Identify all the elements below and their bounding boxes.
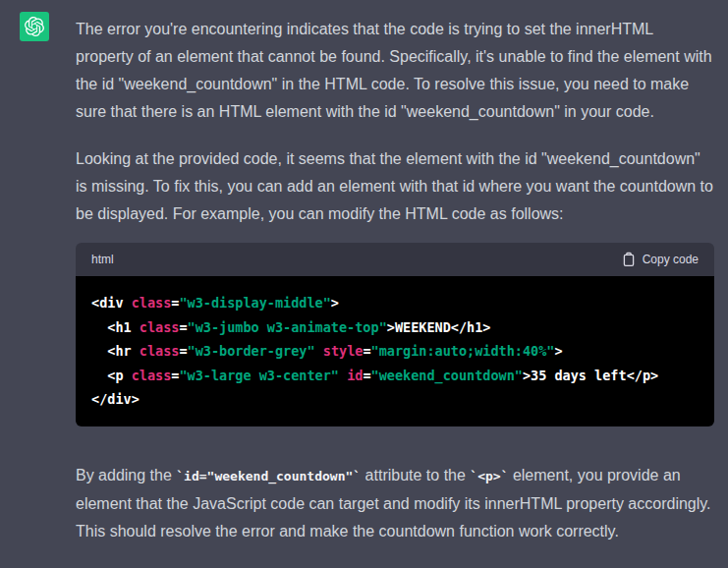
assistant-message: The error you're encountering indicates … — [0, 0, 728, 545]
code-language-label: html — [91, 251, 114, 268]
clipboard-icon — [622, 252, 636, 267]
copy-code-label: Copy code — [643, 253, 699, 266]
message-content: The error you're encountering indicates … — [76, 16, 714, 545]
code-block: html Copy code <div class="w3-display-mi… — [76, 243, 714, 426]
closing-paragraph: By adding the `id="weekend_countdown"` a… — [76, 462, 714, 545]
paragraph-2: Looking at the provided code, it seems t… — [76, 145, 714, 228]
inline-code: `<p>` — [470, 469, 508, 483]
code-content: <div class="w3-display-middle"> <h1 clas… — [76, 276, 714, 426]
openai-logo-icon — [25, 17, 44, 36]
inline-code: `id="weekend_countdown"` — [176, 469, 361, 483]
paragraph-1: The error you're encountering indicates … — [76, 16, 714, 126]
code-block-header: html Copy code — [76, 243, 714, 276]
assistant-avatar — [20, 12, 49, 41]
copy-code-button[interactable]: Copy code — [622, 252, 699, 267]
